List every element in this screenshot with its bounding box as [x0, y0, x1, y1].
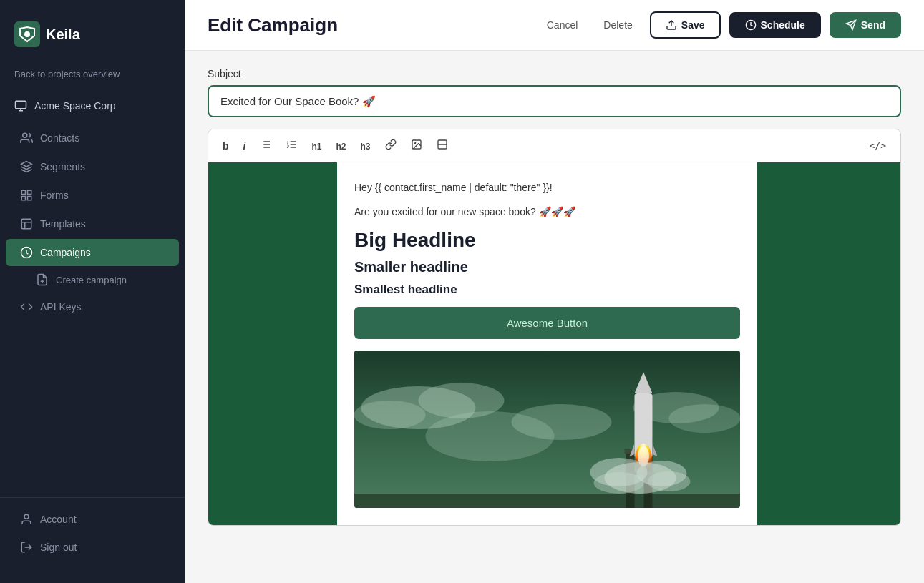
italic-button[interactable]: i: [238, 137, 252, 155]
campaigns-label: Campaigns: [40, 247, 91, 258]
subject-label: Subject: [208, 68, 901, 79]
svg-point-37: [426, 411, 555, 461]
campaigns-icon: [20, 246, 33, 259]
topbar-actions: Cancel Delete Save Schedule Send: [538, 11, 901, 39]
create-campaign-label: Create campaign: [56, 275, 127, 285]
svg-rect-6: [28, 190, 31, 194]
sign-out-label: Sign out: [40, 542, 77, 553]
logo-icon: [14, 21, 40, 47]
divider-button[interactable]: [431, 135, 454, 156]
bold-button[interactable]: b: [217, 137, 235, 155]
account-icon: [20, 513, 33, 526]
sidebar-item-forms[interactable]: Forms: [6, 182, 179, 209]
delete-button[interactable]: Delete: [595, 14, 641, 36]
svg-rect-5: [21, 190, 25, 194]
subject-section: Subject: [208, 68, 901, 117]
email-image: [354, 351, 740, 508]
image-icon: [411, 139, 422, 150]
rte-content: Hey {{ contact.first_name | default: "th…: [208, 162, 900, 525]
logo: Keila: [0, 14, 185, 69]
sign-out-icon: [20, 541, 33, 554]
save-label: Save: [681, 19, 705, 31]
schedule-button[interactable]: Schedule: [729, 12, 821, 38]
send-icon: [845, 19, 857, 31]
contacts-icon: [20, 132, 33, 144]
back-to-projects[interactable]: Back to projects overview: [0, 69, 185, 94]
ordered-list-button[interactable]: [280, 135, 303, 156]
svg-rect-8: [28, 197, 31, 200]
unordered-list-button[interactable]: [254, 135, 277, 156]
svg-point-29: [414, 142, 415, 144]
sidebar-item-contacts[interactable]: Contacts: [6, 124, 179, 152]
svg-point-39: [669, 404, 741, 433]
svg-rect-2: [16, 101, 26, 109]
sidebar: Keila Back to projects overview Acme Spa…: [0, 0, 185, 583]
topbar: Edit Campaign Cancel Delete Save Schedul…: [185, 0, 924, 51]
sidebar-item-sign-out[interactable]: Sign out: [6, 534, 179, 561]
sidebar-item-templates[interactable]: Templates: [6, 210, 179, 237]
h1-button[interactable]: h1: [306, 137, 327, 155]
h2-button[interactable]: h2: [330, 137, 351, 155]
templates-icon: [20, 217, 33, 230]
svg-rect-9: [21, 219, 31, 229]
sidebar-item-api-keys[interactable]: API Keys: [6, 293, 179, 320]
templates-label: Templates: [40, 218, 86, 230]
h3-button[interactable]: h3: [354, 137, 376, 155]
divider-icon: [437, 139, 448, 150]
send-button[interactable]: Send: [830, 12, 901, 38]
image-button[interactable]: [405, 135, 428, 156]
ol-icon: [286, 139, 297, 150]
save-button[interactable]: Save: [650, 11, 721, 39]
rte-container: b i h1 h2 h3 </: [208, 129, 901, 526]
code-button[interactable]: </>: [864, 137, 892, 155]
svg-rect-7: [21, 197, 25, 200]
ul-icon: [260, 139, 271, 150]
sidebar-item-create-campaign[interactable]: Create campaign: [6, 268, 179, 292]
email-body-text: Are you excited for our new space book? …: [354, 204, 740, 220]
forms-label: Forms: [40, 190, 69, 201]
rocket-launch-svg: [354, 351, 740, 508]
schedule-icon: [745, 19, 757, 31]
email-cta-button[interactable]: Awesome Button: [354, 307, 740, 339]
email-greeting: Hey {{ contact.first_name | default: "th…: [354, 180, 740, 195]
project-name: Acme Space Corp: [34, 100, 116, 112]
sidebar-item-campaigns[interactable]: Campaigns: [6, 239, 179, 266]
api-keys-label: API Keys: [40, 301, 82, 313]
svg-marker-4: [21, 162, 32, 167]
api-keys-icon: [20, 300, 33, 313]
sidebar-bottom: Account Sign out: [0, 497, 185, 569]
app-name: Keila: [46, 26, 80, 43]
rte-right-margin: [757, 162, 900, 525]
svg-rect-56: [354, 494, 740, 508]
svg-point-35: [354, 401, 426, 429]
schedule-label: Schedule: [761, 19, 805, 31]
svg-point-13: [24, 514, 29, 519]
save-icon: [666, 19, 677, 31]
link-icon: [385, 139, 397, 150]
email-h2: Smaller headline: [354, 259, 740, 275]
rte-body[interactable]: Hey {{ contact.first_name | default: "th…: [337, 162, 757, 525]
segments-label: Segments: [40, 161, 85, 172]
svg-point-55: [648, 471, 691, 491]
sidebar-item-account[interactable]: Account: [6, 506, 179, 533]
email-h3: Smallest headline: [354, 283, 740, 297]
send-label: Send: [861, 19, 885, 31]
rte-toolbar: b i h1 h2 h3 </: [208, 129, 900, 162]
monitor-icon: [14, 99, 27, 112]
account-label: Account: [40, 514, 77, 525]
contacts-label: Contacts: [40, 132, 79, 144]
cancel-button[interactable]: Cancel: [538, 14, 587, 36]
sidebar-item-segments[interactable]: Segments: [6, 153, 179, 180]
sidebar-nav: Contacts Segments Forms Templates Campai: [0, 124, 185, 490]
project-item[interactable]: Acme Space Corp: [0, 94, 185, 118]
rte-left-margin: [208, 162, 337, 525]
link-button[interactable]: [379, 135, 402, 156]
main-content: Edit Campaign Cancel Delete Save Schedul…: [185, 0, 924, 583]
forms-icon: [20, 189, 33, 202]
editor-area: Subject b i h1 h2 h3: [185, 51, 924, 583]
page-title: Edit Campaign: [208, 14, 338, 36]
subject-input[interactable]: [208, 85, 901, 117]
segments-icon: [20, 160, 33, 173]
svg-point-54: [594, 472, 644, 494]
email-h1: Big Headline: [354, 229, 740, 252]
